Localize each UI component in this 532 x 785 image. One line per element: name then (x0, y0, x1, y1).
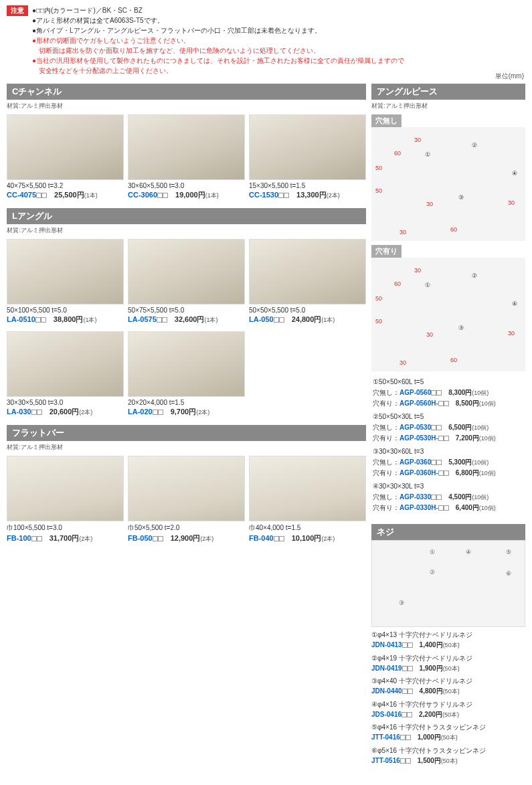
qty: (50本) (441, 734, 458, 741)
price: 25,500円 (54, 191, 84, 199)
price: 6,500円 (448, 424, 472, 431)
marker: ③ (458, 325, 464, 331)
marker: ① (430, 549, 435, 555)
dim: 30 (508, 330, 515, 337)
code: CC-1530 (249, 191, 278, 199)
spec-row: 穴有り：AGP-0560H- 8,500円(10個) (373, 398, 524, 409)
spec-row: 穴無し：AGP-0330 4,500円(10個) (373, 492, 524, 503)
code: FB-100 (7, 534, 31, 542)
spec-row: 穴無し：AGP-0530 6,500円(10個) (373, 422, 524, 433)
marker: ④ (512, 300, 517, 307)
dim: 50 (375, 165, 382, 171)
price: 13,300円 (296, 191, 327, 199)
product-card: 15×30×5,500 t=1.5 CC-1530 13,300円(2本) (249, 114, 366, 200)
qty: (50本) (441, 758, 458, 764)
qty: (10個) (479, 435, 496, 442)
marker: ③ (458, 194, 464, 201)
code: AGP-0330H- (400, 504, 438, 511)
spec-row: 穴有り：AGP-0530H- 7,200円(10個) (373, 433, 524, 444)
price: 7,200円 (456, 434, 479, 442)
code: JDN-0440 (371, 687, 402, 695)
notice-line: ●角パイプ・Lアングル・アングルピース・フラットバーの小口・穴加工部は未着色とな… (32, 25, 404, 35)
dim: 30 (400, 229, 406, 236)
qty: (10個) (479, 505, 496, 511)
code: AGP-0560H- (400, 400, 438, 407)
price: 6,400円 (456, 504, 479, 511)
product-card: 30×30×5,500 t=3.0 LA-030 20,600円(2本) (7, 331, 124, 417)
product-image (128, 239, 245, 304)
code: JDS-0416 (371, 711, 402, 718)
dim: 60 (450, 357, 457, 363)
notice-badge: 注意 (7, 5, 28, 16)
product-image (249, 456, 366, 521)
screw-item: ②φ4×19 十字穴付ナベドリルネジ JDN-0419 1,900円(50本) (371, 653, 525, 674)
code: AGP-0530 (400, 424, 431, 431)
qty: (50本) (443, 665, 460, 672)
nohole-block: 穴無し 30 60 50 50 30 30 60 30 ① ② ③ ④ (371, 114, 525, 241)
notice-line: ●当社の汎用形材を使用して製作されたものにつきましては、それを設計・施工されたお… (32, 56, 404, 76)
price: 32,600円 (175, 315, 205, 323)
section-header: フラットバー (7, 425, 366, 441)
code: AGP-0360 (400, 458, 431, 466)
notice-line: ●アルミ形材の材質は全てA6063S-T5です。 (32, 15, 404, 25)
price: 2,200円 (419, 711, 442, 718)
product-card: 30×60×5,500 t=3.0 CC-3060 19,000円(1本) (128, 114, 245, 200)
section-langle: Lアングル 材質:アルミ押出形材 50×100×5,500 t=5.0 LA-0… (7, 208, 366, 417)
products-row: 30×30×5,500 t=3.0 LA-030 20,600円(2本) 20×… (7, 331, 366, 417)
desc: ①φ4×13 十字穴付ナベドリルネジ (371, 630, 525, 640)
notice-text: ●□□内(カラーコード)／BK・SC・BZ ●アルミ形材の材質は全てA6063S… (32, 5, 404, 76)
qty: (10個) (472, 459, 489, 466)
product-image (7, 331, 124, 397)
product-card-empty (249, 331, 366, 417)
price: 10,100円 (292, 534, 322, 542)
dim: 30 (400, 359, 406, 366)
price: 6,800円 (456, 469, 479, 476)
dim: 50 (375, 187, 382, 194)
spec-title: ③30×30×60L t=3 (373, 446, 524, 457)
price: 1,500円 (418, 757, 441, 764)
spec: 30×30×5,500 t=3.0 (7, 399, 124, 406)
code-line: JDN-0419 1,900円(50本) (371, 663, 525, 674)
price: 12,900円 (171, 534, 201, 542)
code: JDN-0419 (371, 665, 402, 672)
products-row: 50×100×5,500 t=5.0 LA-0510 38,800円(1本) 5… (7, 239, 366, 325)
spec-title: ④30×30×30L t=3 (373, 481, 524, 492)
marker: ② (430, 569, 435, 576)
product-image (128, 114, 245, 180)
qty: (2本) (79, 409, 92, 416)
anglepiece-spec-list: ①50×50×60L t=5 穴無し：AGP-0560 8,300円(10個) … (371, 371, 525, 516)
screw-item: ③φ4×40 十字穴付ナベドリルネジ JDN-0440 4,800円(50本) (371, 676, 525, 697)
material-label: 材質:アルミ押出形材 (7, 443, 366, 452)
price: 24,800円 (292, 315, 322, 323)
section-header: アングルピース (371, 84, 525, 100)
qty: (50本) (442, 711, 459, 718)
product-image (7, 114, 124, 180)
screw-item: ⑤φ4×16 十字穴付トラスタッピンネジ JTT-0416 1,000円(50本… (371, 722, 525, 743)
notice-box: 注意 ●□□内(カラーコード)／BK・SC・BZ ●アルミ形材の材質は全てA60… (0, 0, 532, 81)
price: 9,700円 (171, 408, 197, 416)
products-row: 巾100×5,500 t=3.0 FB-100 31,700円(2本) 巾50×… (7, 456, 366, 543)
code: LA-0510 (7, 315, 35, 323)
code: JTT-0416 (371, 733, 400, 741)
product-card: 巾40×4,000 t=1.5 FB-040 10,100円(2本) (249, 456, 366, 543)
price: 1,900円 (420, 665, 443, 672)
material-label: 材質:アルミ押出形材 (7, 102, 366, 110)
desc: ⑥φ5×16 十字穴付トラスタッピンネジ (371, 746, 525, 756)
qty: (10個) (472, 389, 489, 396)
price: 31,700円 (50, 534, 80, 542)
qty: (1本) (321, 317, 335, 323)
spec-row: 穴無し：AGP-0360 5,300円(10個) (373, 457, 524, 468)
product-image (249, 239, 366, 304)
product-card: 50×100×5,500 t=5.0 LA-0510 38,800円(1本) (7, 239, 124, 325)
product-image (249, 114, 366, 180)
screw-item: ①φ4×13 十字穴付ナベドリルネジ JDN-0413 1,400円(50本) (371, 630, 525, 650)
qty: (10個) (472, 424, 489, 431)
dim: 30 (508, 199, 515, 206)
sub-header: 穴無し (371, 114, 402, 127)
price: 5,300円 (448, 458, 472, 466)
code-line: FB-040 10,100円(2本) (249, 533, 366, 543)
code-line: JDN-0440 4,800円(50本) (371, 686, 525, 697)
spec-row: 穴無し：AGP-0560 8,300円(10個) (373, 387, 524, 398)
desc: ③φ4×40 十字穴付ナベドリルネジ (371, 676, 525, 686)
product-card: 20×20×4,000 t=1.5 LA-020 9,700円(2本) (128, 331, 245, 417)
